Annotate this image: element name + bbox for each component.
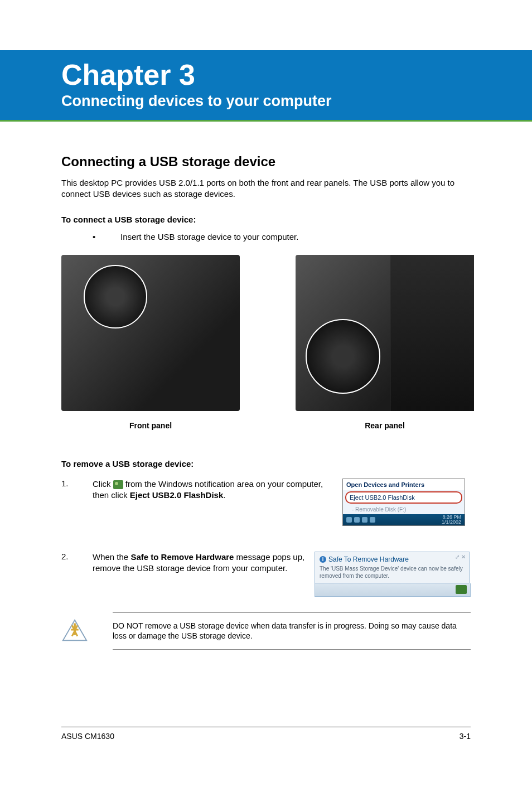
taskbar-icon [346,517,352,523]
popup-controls: ⤢ ✕ [455,554,466,560]
section-heading: Connecting a USB storage device [61,154,471,170]
popup-taskbar: 8:26 PM 1/1/2002 [343,514,465,525]
taskbar-icon [370,517,375,523]
taskbar-icon [362,517,367,523]
step2-screenshot: ⤢ ✕ i Safe To Remove Hardware The 'USB M… [315,552,471,597]
step1-number: 1. [61,479,93,526]
safe-remove-popup: ⤢ ✕ i Safe To Remove Hardware The 'USB M… [315,552,470,583]
connect-bullet: • Insert the USB storage device to your … [93,232,471,241]
popup2-taskbar [315,583,471,597]
chapter-number: Chapter 3 [61,58,532,91]
front-panel-caption: Front panel [129,421,172,430]
footer-model: ASUS CM1630 [61,732,114,741]
page-content: Connecting a USB storage device This des… [61,145,471,650]
front-panel-block: Front panel [61,255,240,430]
taskbar-date: 1/1/2002 [442,520,461,525]
footer-page-number: 3-1 [460,732,471,741]
warning-box: DO NOT remove a USB storage device when … [113,612,471,650]
tray-icon [456,585,467,594]
tray-icon [113,480,123,489]
rear-panel-caption: Rear panel [365,421,405,430]
rear-panel-block: Rear panel [296,255,474,430]
step1-text: Click from the Windows notification area… [93,479,342,526]
popup-removable-disk: - Removable Disk (F:) [343,505,465,514]
warning-text: DO NOT remove a USB storage device when … [113,621,471,642]
popup-eject-flashdisk: Eject USB2.0 FlashDisk [345,491,462,504]
eject-popup: Open Devices and Printers Eject USB2.0 F… [342,479,465,526]
remove-heading: To remove a USB storage device: [61,459,471,468]
chapter-banner: Chapter 3 Connecting devices to your com… [0,50,532,122]
section-intro: This desktop PC provides USB 2.0/1.1 por… [61,177,471,200]
taskbar-icon [354,517,360,523]
step2-text: When the Safe to Remove Hardware message… [93,552,315,597]
rear-panel-image [296,255,474,411]
info-icon: i [320,556,326,563]
step1-screenshot: Open Devices and Printers Eject USB2.0 F… [342,479,471,526]
connect-heading: To connect a USB storage device: [61,215,471,224]
step2-number: 2. [61,552,93,597]
popup2-body: The 'USB Mass Storage Device' device can… [320,565,465,579]
remove-step-1: 1. Click from the Windows notification a… [61,479,471,526]
remove-step-2: 2. When the Safe to Remove Hardware mess… [61,552,471,597]
connect-bullet-text: Insert the USB storage device to your co… [120,232,298,241]
popup-open-devices: Open Devices and Printers [343,479,465,490]
page-footer: ASUS CM1630 3-1 [61,727,471,741]
panels-row: Front panel Rear panel [61,255,471,430]
warning-triangle-icon [61,619,88,643]
popup2-title: i Safe To Remove Hardware [320,555,465,563]
front-panel-image [61,255,240,411]
chapter-title: Connecting devices to your computer [61,93,532,110]
bullet-dot: • [93,232,120,241]
